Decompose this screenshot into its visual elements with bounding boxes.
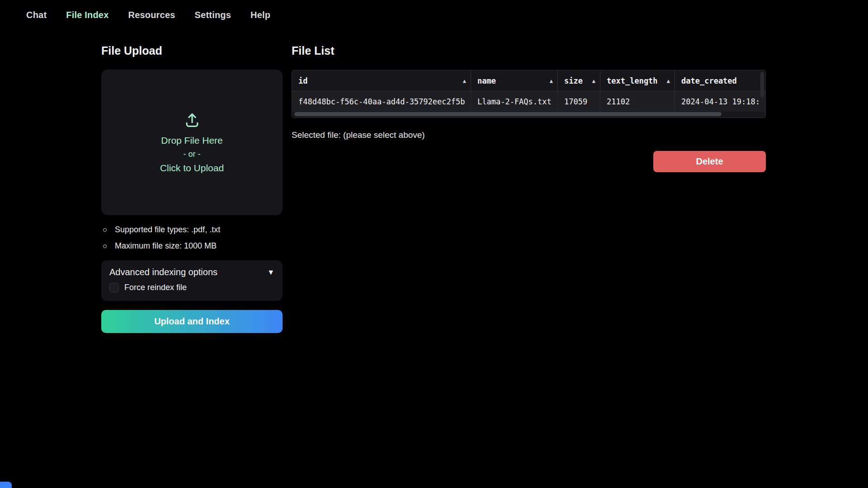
advanced-options-title: Advanced indexing options [109, 267, 217, 277]
cell-date-created[interactable]: 2024-04-13 19:18: [675, 91, 766, 112]
horizontal-scrollbar[interactable] [294, 112, 759, 116]
column-header-text-length[interactable]: text_length ▲ [600, 70, 675, 91]
table-row[interactable]: f48d48bc-f56c-40aa-ad4d-35792eec2f5b Lla… [292, 91, 765, 112]
bullet-icon [103, 228, 107, 232]
file-dropzone[interactable]: Drop File Here - or - Click to Upload [101, 70, 283, 215]
cell-size[interactable]: 17059 [558, 91, 600, 112]
sort-asc-icon[interactable]: ▲ [667, 78, 670, 84]
cell-id[interactable]: f48d48bc-f56c-40aa-ad4d-35792eec2f5b [292, 91, 471, 112]
force-reindex-label: Force reindex file [124, 283, 187, 292]
vertical-scrollbar-thumb[interactable] [760, 72, 764, 98]
file-list-title: File List [292, 44, 334, 57]
note-supported-types: Supported file types: .pdf, .txt [103, 225, 284, 235]
horizontal-scrollbar-thumb[interactable] [294, 112, 722, 116]
sort-asc-icon[interactable]: ▲ [550, 78, 553, 84]
column-header-size-label: size [564, 76, 583, 85]
note-max-size: Maximum file size: 1000 MB [103, 241, 284, 251]
force-reindex-checkbox[interactable] [109, 283, 119, 292]
tab-resources[interactable]: Resources [128, 10, 175, 20]
file-upload-title: File Upload [101, 44, 162, 57]
dropzone-drop-text: Drop File Here [161, 135, 223, 146]
column-header-text-length-label: text_length [607, 76, 658, 85]
file-table-header-row: id ▲ name ▲ size ▲ text_length ▲ date_cr… [292, 70, 765, 91]
tab-file-index[interactable]: File Index [66, 10, 108, 20]
delete-button[interactable]: Delete [653, 151, 766, 172]
column-header-date-created[interactable]: date_created [675, 70, 766, 91]
sort-asc-icon[interactable]: ▲ [463, 78, 466, 84]
tab-settings[interactable]: Settings [195, 10, 231, 20]
upload-and-index-button[interactable]: Upload and Index [101, 310, 283, 333]
cell-name[interactable]: Llama-2-FAQs.txt [471, 91, 558, 112]
column-header-id-label: id [298, 76, 307, 85]
partial-button-sliver [0, 482, 12, 488]
advanced-options-accordion: Advanced indexing options ▼ Force reinde… [101, 260, 283, 301]
force-reindex-row[interactable]: Force reindex file [109, 283, 274, 292]
selected-file-status: Selected file: (please select above) [292, 130, 425, 140]
sort-asc-icon[interactable]: ▲ [592, 78, 595, 84]
column-header-id[interactable]: id ▲ [292, 70, 471, 91]
advanced-options-header[interactable]: Advanced indexing options ▼ [109, 267, 274, 277]
column-header-name-label: name [477, 76, 496, 85]
note-supported-types-text: Supported file types: .pdf, .txt [115, 225, 220, 235]
cell-text-length[interactable]: 21102 [600, 91, 675, 112]
upload-notes: Supported file types: .pdf, .txt Maximum… [103, 225, 284, 258]
column-header-name[interactable]: name ▲ [471, 70, 558, 91]
column-header-size[interactable]: size ▲ [558, 70, 600, 91]
dropzone-click-text[interactable]: Click to Upload [160, 163, 224, 174]
chevron-down-icon[interactable]: ▼ [267, 268, 274, 277]
dropzone-or-text: - or - [184, 150, 201, 159]
bullet-icon [103, 244, 107, 248]
column-header-date-created-label: date_created [681, 76, 737, 85]
file-table: id ▲ name ▲ size ▲ text_length ▲ date_cr… [292, 70, 766, 118]
tab-help[interactable]: Help [250, 10, 270, 20]
note-max-size-text: Maximum file size: 1000 MB [115, 241, 217, 251]
top-nav: Chat File Index Resources Settings Help [0, 0, 868, 30]
tab-chat[interactable]: Chat [26, 10, 47, 20]
upload-icon [184, 112, 201, 129]
